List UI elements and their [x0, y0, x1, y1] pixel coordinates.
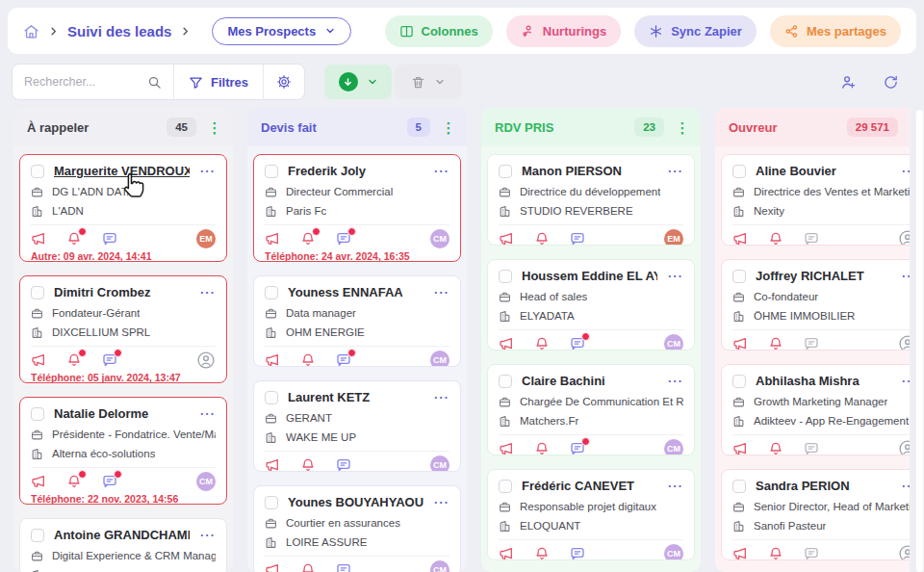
- reminder-bell-icon[interactable]: [768, 441, 783, 456]
- card-checkbox[interactable]: [31, 529, 44, 542]
- lead-name[interactable]: Manon PIERSON: [522, 164, 657, 178]
- campaign-megaphone-icon[interactable]: [265, 352, 280, 368]
- chat-icon[interactable]: [102, 231, 117, 247]
- lead-name[interactable]: Youness ENNAFAA: [288, 285, 424, 299]
- colonnes-button[interactable]: Colonnes: [385, 15, 493, 47]
- view-selector[interactable]: Mes Prospects: [212, 17, 351, 45]
- refresh-button[interactable]: [883, 74, 899, 91]
- card-menu-dots-icon[interactable]: ⋯: [199, 167, 216, 176]
- chat-icon[interactable]: [570, 441, 585, 456]
- lead-card[interactable]: Joffrey RICHALET ⋯ Co-fondateur ÖHME IMM…: [721, 259, 924, 351]
- chat-icon[interactable]: [336, 457, 351, 473]
- reminder-bell-icon[interactable]: [768, 336, 783, 351]
- reminder-bell-icon[interactable]: [66, 231, 82, 247]
- card-menu-dots-icon[interactable]: ⋯: [199, 288, 216, 298]
- reminder-bell-icon[interactable]: [534, 231, 550, 247]
- campaign-megaphone-icon[interactable]: [732, 441, 748, 456]
- card-menu-dots-icon[interactable]: ⋯: [667, 481, 683, 491]
- campaign-megaphone-icon[interactable]: [265, 457, 280, 473]
- card-menu-dots-icon[interactable]: ⋯: [199, 409, 216, 419]
- reminder-bell-icon[interactable]: [768, 231, 783, 247]
- card-menu-dots-icon[interactable]: ⋯: [433, 498, 449, 507]
- card-checkbox[interactable]: [499, 270, 512, 283]
- column-menu-dots-icon[interactable]: ⋮: [674, 120, 691, 135]
- card-checkbox[interactable]: [31, 165, 44, 178]
- campaign-megaphone-icon[interactable]: [732, 546, 748, 561]
- lead-card[interactable]: Houssem Eddine EL AYADI ⋯ Head of sales …: [487, 259, 695, 351]
- board-settings-button[interactable]: [264, 65, 304, 99]
- vertical-scrollbar[interactable]: [916, 110, 923, 572]
- card-menu-dots-icon[interactable]: ⋯: [433, 288, 449, 298]
- chat-icon[interactable]: [336, 562, 351, 572]
- lead-card[interactable]: Abhilasha Mishra ⋯ Growth Marketing Mana…: [721, 364, 924, 455]
- card-menu-dots-icon[interactable]: ⋯: [667, 272, 683, 281]
- chat-icon[interactable]: [336, 352, 351, 368]
- campaign-megaphone-icon[interactable]: [499, 231, 514, 247]
- campaign-megaphone-icon[interactable]: [499, 336, 514, 351]
- lead-card[interactable]: Claire Bachini ⋯ Chargée De Communicatio…: [487, 364, 695, 455]
- delete-leads-button[interactable]: [395, 65, 462, 99]
- lead-name[interactable]: Claire Bachini: [522, 374, 657, 388]
- lead-card[interactable]: Manon PIERSON ⋯ Directrice du développem…: [487, 154, 695, 246]
- campaign-megaphone-icon[interactable]: [31, 352, 46, 368]
- reminder-bell-icon[interactable]: [66, 474, 82, 489]
- reminder-bell-icon[interactable]: [66, 352, 82, 368]
- lead-name[interactable]: Laurent KETZ: [288, 390, 424, 404]
- reminder-bell-icon[interactable]: [534, 546, 550, 561]
- chat-icon[interactable]: [570, 546, 585, 561]
- import-leads-button[interactable]: [324, 65, 392, 99]
- card-menu-dots-icon[interactable]: ⋯: [199, 531, 216, 540]
- lead-card[interactable]: Youness ENNAFAA ⋯ Data manager OHM ENERG…: [253, 275, 461, 367]
- card-checkbox[interactable]: [732, 165, 746, 178]
- lead-name[interactable]: Natalie Delorme: [54, 406, 190, 421]
- card-checkbox[interactable]: [499, 165, 512, 178]
- chat-icon[interactable]: [804, 546, 819, 561]
- lead-name[interactable]: Frédéric CANEVET: [522, 479, 657, 493]
- lead-card[interactable]: Marguerite VENDROUX ⋯ DG L'ADN DATA L'AD…: [19, 154, 227, 262]
- chat-icon[interactable]: [570, 336, 585, 351]
- lead-card[interactable]: Frederik Joly ⋯ Directeur Commercial Par…: [253, 154, 461, 262]
- add-contact-button[interactable]: [840, 74, 857, 91]
- card-checkbox[interactable]: [265, 286, 278, 299]
- reminder-bell-icon[interactable]: [534, 336, 550, 351]
- column-menu-dots-icon[interactable]: ⋮: [440, 120, 457, 135]
- chat-icon[interactable]: [570, 231, 585, 247]
- reminder-bell-icon[interactable]: [300, 562, 316, 572]
- chat-icon[interactable]: [804, 441, 819, 456]
- card-checkbox[interactable]: [732, 480, 746, 493]
- breadcrumb-title[interactable]: Suivi des leads: [67, 23, 171, 39]
- lead-card[interactable]: Antoine GRANDCHAMP ⋯ Digital Experience …: [19, 518, 227, 572]
- card-checkbox[interactable]: [732, 375, 746, 388]
- lead-name[interactable]: Younes BOUYAHYAOUI: [288, 495, 424, 509]
- chat-icon[interactable]: [804, 336, 819, 351]
- filters-button[interactable]: Filtres: [174, 65, 263, 99]
- campaign-megaphone-icon[interactable]: [732, 231, 748, 247]
- lead-name[interactable]: Dimitri Crombez: [54, 285, 190, 299]
- sync-zapier-button[interactable]: Sync Zapier: [634, 15, 757, 47]
- campaign-megaphone-icon[interactable]: [265, 562, 280, 572]
- campaign-megaphone-icon[interactable]: [732, 336, 748, 351]
- card-checkbox[interactable]: [31, 407, 44, 421]
- card-checkbox[interactable]: [499, 480, 512, 493]
- chat-icon[interactable]: [102, 352, 117, 368]
- mes-partages-button[interactable]: Mes partages: [770, 15, 901, 47]
- chat-icon[interactable]: [804, 231, 819, 247]
- lead-card[interactable]: Frédéric CANEVET ⋯ Responsable projet di…: [487, 469, 695, 560]
- chat-icon[interactable]: [336, 231, 351, 247]
- card-menu-dots-icon[interactable]: ⋯: [433, 393, 449, 403]
- lead-card[interactable]: Younes BOUYAHYAOUI ⋯ Courtier en assuran…: [253, 485, 461, 572]
- lead-name[interactable]: Aline Bouvier: [756, 164, 891, 178]
- card-checkbox[interactable]: [265, 391, 278, 404]
- search-input[interactable]: [24, 75, 147, 89]
- home-button[interactable]: [23, 23, 39, 39]
- lead-name[interactable]: Houssem Eddine EL AYADI: [522, 269, 657, 283]
- lead-name[interactable]: Sandra PERION: [756, 479, 891, 493]
- card-checkbox[interactable]: [265, 496, 278, 509]
- reminder-bell-icon[interactable]: [300, 352, 316, 368]
- card-checkbox[interactable]: [31, 286, 44, 299]
- reminder-bell-icon[interactable]: [768, 546, 783, 561]
- nurturings-button[interactable]: Nurturings: [506, 15, 621, 47]
- lead-name[interactable]: Frederik Joly: [288, 164, 424, 178]
- campaign-megaphone-icon[interactable]: [499, 441, 514, 456]
- card-checkbox[interactable]: [499, 375, 512, 388]
